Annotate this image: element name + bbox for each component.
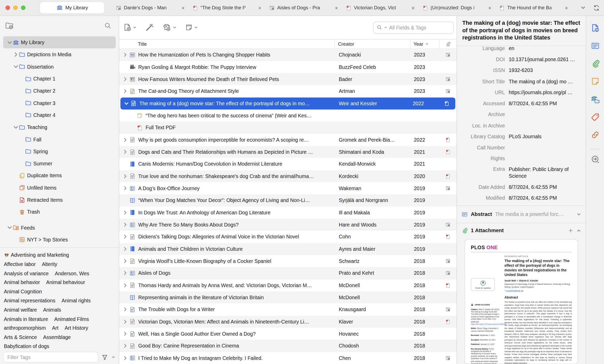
table-row-3[interactable]: How Famous Writers Mourned the Death of …	[119, 73, 457, 85]
twisty-collapsed-icon[interactable]	[13, 51, 19, 58]
table-row-10[interactable]: Canis Modernis: Human/Dog Coevolution in…	[119, 158, 457, 170]
tag-animal-behaviour[interactable]: Animal behaviour	[46, 279, 85, 285]
libraries-collections-icon[interactable]	[591, 95, 600, 104]
table-row-17[interactable]: Animals and Their Children in Victorian …	[119, 243, 457, 255]
twisty-collapsed-icon[interactable]	[122, 343, 128, 349]
twisty-collapsed-icon[interactable]	[122, 173, 128, 179]
table-row-26[interactable]: I Tried to Make My Dog an Instagram Cele…	[119, 352, 457, 364]
notes-icon[interactable]	[591, 77, 600, 86]
table-row-6[interactable]: “The dog hero has been critical to the s…	[119, 109, 457, 122]
tab-aisles-of-dogs-pra[interactable]: Aisles of Dogs - Pra×	[265, 0, 341, 15]
new-attachment-button[interactable]	[162, 23, 177, 32]
tag-affective-labor[interactable]: Affective labor	[4, 261, 36, 267]
table-row-19[interactable]: Aisles of DogsPrato and Kehrt2018	[119, 267, 457, 279]
twisty-collapsed-icon[interactable]	[122, 149, 128, 155]
field-value[interactable]: PLoS Journals	[509, 134, 582, 140]
field-value[interactable]: https://journals.plos.org/pl …	[509, 90, 582, 95]
close-icon[interactable]: ×	[257, 5, 263, 11]
twisty-collapsed-icon[interactable]	[122, 210, 128, 216]
abstract-icon[interactable]	[591, 42, 600, 51]
twisty-collapsed-icon[interactable]	[122, 88, 128, 94]
sidebar-item-chapter-3[interactable]: Chapter 3	[3, 97, 116, 109]
tab--the-dog-stole-the-p[interactable]: “The Dog Stole the P×	[188, 0, 265, 15]
abstract-section-header[interactable]: Abstract The media is a powerful forc…	[457, 205, 586, 223]
close-icon[interactable]: ×	[563, 5, 570, 11]
twisty-collapsed-icon[interactable]	[122, 246, 128, 252]
twisty-collapsed-icon[interactable]	[122, 185, 128, 191]
tag-art-history[interactable]: Art History	[65, 325, 88, 331]
tag-analysis-of-variance[interactable]: Analysis of variance	[4, 270, 49, 276]
twisty-collapsed-icon[interactable]	[122, 76, 128, 82]
field-value[interactable]: 8/7/2024, 6:42:55 PM	[509, 195, 582, 201]
twisty-collapsed-icon[interactable]	[122, 222, 128, 228]
tab-my-library[interactable]: My Library	[40, 2, 105, 14]
field-value[interactable]: 8/7/2024, 6:42:55 PM	[509, 184, 582, 190]
new-item-button[interactable]	[123, 23, 137, 32]
sidebar-item-feeds[interactable]: Feeds	[3, 222, 116, 234]
sidebar-item-teaching[interactable]: Teaching	[3, 121, 116, 133]
chevron-down-icon[interactable]	[112, 355, 115, 359]
sidebar-item-my-library[interactable]: My Library	[3, 36, 116, 48]
column-header-creator[interactable]: Creator	[335, 39, 410, 48]
table-row-20[interactable]: Thomas Hardy and Animals by Anna West, a…	[119, 279, 457, 291]
twisty-expanded-icon[interactable]	[7, 39, 13, 45]
field-value[interactable]: 1932-6203	[509, 67, 582, 73]
table-row-23[interactable]: Victorian Dogs, Victorian Men: Affect an…	[119, 316, 457, 328]
tag-babyfication-of-dogs[interactable]: Babyfication of dogs	[4, 343, 49, 349]
sidebar-item-summer[interactable]: Summer	[3, 157, 116, 169]
table-row-7[interactable]: Full Text PDF	[119, 122, 457, 134]
twisty-expanded-icon[interactable]	[124, 101, 130, 107]
tag-animal-representations[interactable]: Animal representations	[4, 298, 55, 304]
close-icon[interactable]: ×	[180, 5, 186, 11]
tags-icon[interactable]	[591, 113, 600, 122]
twisty-collapsed-icon[interactable]	[122, 137, 128, 143]
chevron-up-icon[interactable]	[577, 228, 581, 233]
search-input[interactable]: All Fields & Tags	[373, 21, 454, 34]
sidebar-item-unfiled-items[interactable]: Unfiled Items	[3, 182, 116, 194]
field-value[interactable]: 10.1371/journal.pone.0261 …	[509, 56, 582, 62]
tab-dante-s-dogs-man[interactable]: Dante’s Dogs - Man×	[111, 0, 188, 15]
add-attachment-icon[interactable]	[568, 228, 574, 233]
sidebar-item-fall[interactable]: Fall	[3, 133, 116, 145]
table-row-5[interactable]: The making of a (dog) movie star: The ef…	[121, 97, 456, 109]
twisty-expanded-icon[interactable]	[13, 63, 19, 70]
table-row-25[interactable]: Good Boy: Canine Representation in Cinem…	[119, 340, 457, 352]
table-row-12[interactable]: A Dog’s Box-Office JourneyWakeman2019	[119, 182, 457, 194]
table-row-4[interactable]: The Cat-and-Dog Theory of Attachment Sty…	[119, 85, 457, 97]
filter-tags-input[interactable]: Filter Tags	[4, 352, 98, 362]
sidebar-item-chapter-1[interactable]: Chapter 1	[3, 73, 116, 85]
tab-list-chevron-icon[interactable]	[581, 5, 586, 11]
close-icon[interactable]: ×	[487, 5, 493, 11]
twisty-collapsed-icon[interactable]	[122, 307, 128, 313]
table-row-2[interactable]: Ryan Gosling & Margot Robbie: The Puppy …	[119, 61, 457, 73]
twisty-collapsed-icon[interactable]	[122, 234, 128, 240]
tag-animal-cognition[interactable]: Animal Cognition	[4, 289, 42, 295]
attachments-icon[interactable]	[591, 59, 600, 68]
tag-animals[interactable]: Animals	[43, 307, 61, 313]
tag-anderson-wes[interactable]: Anderson, Wes	[55, 270, 89, 276]
tab-victorian-dogs-vict[interactable]: Victorian Dogs, Vict×	[341, 0, 418, 15]
table-row-11[interactable]: True love and the nonhuman: Shakespeare'…	[119, 170, 457, 182]
tag-advertising-and-marketing[interactable]: Advertising and Marketing	[4, 252, 69, 258]
new-note-button[interactable]	[185, 24, 198, 31]
attachments-section-header[interactable]: 1 Attachment	[457, 223, 586, 238]
sidebar-item-nyt-top-stories[interactable]: NYT > Top Stories	[3, 234, 116, 246]
sidebar-item-trash[interactable]: Trash	[3, 206, 116, 218]
tab--un-muzzled-dogs-i[interactable]: (Un)muzzled: Dogs i×	[418, 0, 495, 15]
field-value[interactable]: en	[509, 46, 582, 51]
table-row-18[interactable]: Virginia Woolf’s Little-Known Biography …	[119, 255, 457, 267]
sidebar-item-chapter-4[interactable]: Chapter 4	[3, 109, 116, 121]
table-row-15[interactable]: Why Are There So Many Books About Dogs?H…	[119, 219, 457, 231]
table-row-13[interactable]: “When Your Dog Matches Your Decor”: Obje…	[119, 194, 457, 206]
table-row-8[interactable]: Why is pet goods consumption imperceptib…	[119, 134, 457, 146]
twisty-collapsed-icon[interactable]	[122, 270, 128, 276]
twisty-expanded-icon[interactable]	[13, 124, 19, 130]
sync-icon[interactable]	[593, 4, 600, 12]
twisty-collapsed-icon[interactable]	[122, 355, 128, 361]
twisty-collapsed-icon[interactable]	[122, 319, 128, 325]
sidebar-item-chapter-2[interactable]: Chapter 2	[3, 85, 116, 97]
tag-animal-behavior[interactable]: Animal behavior	[4, 279, 40, 285]
twisty-collapsed-icon[interactable]	[122, 52, 128, 58]
tag-arts-science[interactable]: Arts & Science	[4, 334, 37, 340]
sidebar-item-depictions-in-media[interactable]: Depictions In Media	[3, 48, 116, 61]
